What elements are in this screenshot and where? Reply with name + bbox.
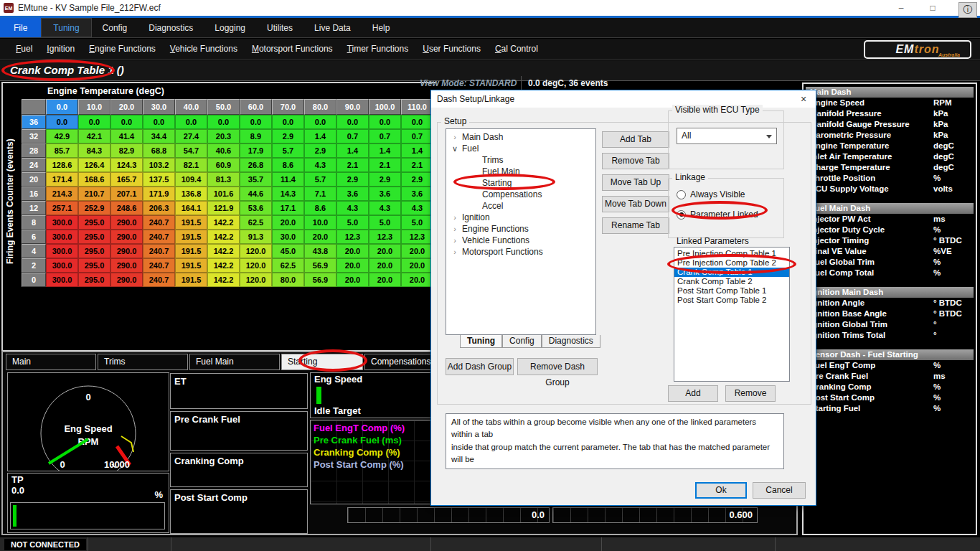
cell-24-30.0[interactable]: 103.2 — [143, 158, 175, 172]
cell-16-0.0[interactable]: 214.3 — [46, 187, 78, 201]
cell-6-80.0[interactable]: 20.0 — [304, 230, 336, 244]
sidebar-row-injector-duty-cycle[interactable]: Injector Duty Cycle% — [806, 225, 974, 235]
cell-6-40.0[interactable]: 191.5 — [175, 230, 207, 244]
cell-20-20.0[interactable]: 165.7 — [110, 172, 143, 187]
cell-28-70.0[interactable]: 5.7 — [272, 143, 304, 158]
cell-32-50.0[interactable]: 20.3 — [207, 129, 240, 143]
cell-32-0.0[interactable]: 42.9 — [46, 129, 78, 143]
tree-item-ignition[interactable]: ›Ignition — [446, 212, 595, 223]
radio-parameter-linked[interactable]: Parameter Linked — [677, 209, 758, 220]
cell-12-0.0[interactable]: 257.1 — [46, 201, 78, 215]
cell-12-90.0[interactable]: 4.3 — [336, 201, 369, 215]
sidebar-row-engine-temperature[interactable]: Engine TemperaturedegC — [806, 141, 974, 151]
cell-16-30.0[interactable]: 171.9 — [143, 187, 175, 201]
cell-28-50.0[interactable]: 40.6 — [207, 143, 240, 158]
row-header-28[interactable]: 28 — [22, 143, 46, 158]
move-tab-up-button[interactable]: Move Tab Up — [602, 174, 669, 191]
cell-28-20.0[interactable]: 82.9 — [110, 143, 143, 158]
cell-8-70.0[interactable]: 20.0 — [272, 215, 304, 230]
sidebar-row-injector-timing[interactable]: Injector Timing° BTDC — [806, 235, 974, 246]
cell-24-80.0[interactable]: 4.3 — [304, 158, 336, 172]
cell-32-70.0[interactable]: 2.9 — [272, 129, 304, 143]
sidebar-row-manifold-pressure[interactable]: Manifold PressurekPa — [806, 108, 974, 119]
cell-clipped[interactable]: 20.0 — [401, 244, 433, 258]
cell-6-70.0[interactable]: 30.0 — [272, 230, 304, 244]
cell-0-40.0[interactable]: 191.5 — [175, 273, 207, 287]
tree-item-trims[interactable]: Trims — [446, 154, 595, 166]
dialog-tab-tuning[interactable]: Tuning — [460, 335, 502, 348]
cell-0-20.0[interactable]: 290.0 — [110, 273, 143, 287]
cell-4-10.0[interactable]: 295.0 — [78, 244, 110, 258]
cell-36-0.0[interactable]: 0.0 — [46, 115, 78, 129]
cell-clipped[interactable]: 0.0 — [401, 115, 433, 129]
sidebar-row-ecu-supply-voltage[interactable]: ECU Supply Voltagevolts — [806, 184, 974, 194]
cell-6-90.0[interactable]: 12.3 — [336, 230, 369, 244]
cell-6-30.0[interactable]: 240.7 — [143, 230, 175, 244]
cell-32-30.0[interactable]: 34.4 — [143, 129, 175, 143]
add-parameter-button[interactable]: Add — [668, 385, 718, 402]
cell-0-70.0[interactable]: 80.0 — [272, 273, 304, 287]
cell-20-100.0[interactable]: 2.9 — [369, 172, 401, 187]
dash-tab-fuel-main[interactable]: Fuel Main — [189, 354, 280, 370]
cell-2-80.0[interactable]: 56.9 — [304, 258, 336, 273]
cell-4-100.0[interactable]: 20.0 — [369, 244, 401, 258]
remove-parameter-button[interactable]: Remove — [725, 385, 776, 402]
cell-6-100.0[interactable]: 12.3 — [369, 230, 401, 244]
cell-16-100.0[interactable]: 3.6 — [369, 187, 401, 201]
dash-tab-starting[interactable]: Starting — [281, 354, 363, 370]
menu-item-live-data[interactable]: Live Data — [303, 18, 362, 37]
tree-item-starting[interactable]: Starting — [446, 177, 595, 189]
sidebar-row-engine-speed[interactable]: Engine SpeedRPM — [806, 98, 974, 108]
cell-36-10.0[interactable]: 0.0 — [78, 115, 110, 129]
tree-expander-open-icon[interactable]: ∨ — [451, 143, 459, 154]
list-item-crank-comp-table-2[interactable]: Crank Comp Table 2 — [674, 277, 789, 286]
remove-dash-group-button[interactable]: Remove Dash Group — [517, 358, 598, 375]
cell-8-80.0[interactable]: 10.0 — [304, 215, 336, 230]
cell-24-20.0[interactable]: 124.3 — [110, 158, 143, 172]
row-header-0[interactable]: 0 — [22, 273, 46, 287]
menu-item-diagnostics[interactable]: Diagnostics — [138, 18, 204, 37]
rename-tab-button[interactable]: Rename Tab — [602, 217, 669, 234]
cell-36-80.0[interactable]: 0.0 — [304, 115, 336, 129]
cell-clipped[interactable]: 0.7 — [401, 129, 433, 143]
cell-2-60.0[interactable]: 120.0 — [240, 258, 272, 273]
cell-8-60.0[interactable]: 62.5 — [240, 215, 272, 230]
cell-24-60.0[interactable]: 26.8 — [240, 158, 272, 172]
add-tab-button[interactable]: Add Tab — [602, 131, 669, 148]
cell-12-60.0[interactable]: 53.6 — [240, 201, 272, 215]
sidebar-row-cranking-comp[interactable]: Cranking Comp% — [806, 382, 974, 392]
cell-12-70.0[interactable]: 17.1 — [272, 201, 304, 215]
sidebar-row-manifold-gauge-pressure[interactable]: Manifold Gauge PressurekPa — [806, 119, 974, 130]
cell-8-30.0[interactable]: 240.7 — [143, 215, 175, 230]
cell-8-100.0[interactable]: 5.0 — [369, 215, 401, 230]
cell-0-50.0[interactable]: 142.2 — [207, 273, 240, 287]
maximize-button[interactable]: □ — [917, 0, 948, 16]
sidebar-row-ignition-trims-total[interactable]: Ignition Trims Total° — [806, 330, 974, 341]
tree-expander-closed-icon[interactable]: › — [451, 246, 459, 258]
list-item-pre-injection-comp-table-1[interactable]: Pre Injection Comp Table 1 — [674, 249, 789, 258]
cell-4-20.0[interactable]: 290.0 — [110, 244, 143, 258]
cell-12-10.0[interactable]: 252.9 — [78, 201, 110, 215]
col-header-40.0[interactable]: 40.0 — [175, 99, 207, 115]
cell-28-10.0[interactable]: 84.3 — [78, 143, 110, 158]
cell-24-0.0[interactable]: 128.6 — [46, 158, 78, 172]
cancel-button[interactable]: Cancel — [753, 482, 806, 499]
row-header-6[interactable]: 6 — [22, 230, 46, 244]
tree-item-fuel-main[interactable]: Fuel Main — [446, 166, 595, 177]
row-header-20[interactable]: 20 — [22, 172, 46, 187]
ecu-type-select[interactable]: All — [677, 128, 777, 144]
tree-expander-closed-icon[interactable]: › — [451, 212, 459, 223]
func-menu-item-cal-control[interactable]: Cal Control — [488, 44, 545, 54]
row-header-2[interactable]: 2 — [22, 258, 46, 273]
row-header-8[interactable]: 8 — [22, 215, 46, 230]
tree-expander-closed-icon[interactable]: › — [451, 223, 459, 235]
cell-32-10.0[interactable]: 42.1 — [78, 129, 110, 143]
cell-4-0.0[interactable]: 300.0 — [46, 244, 78, 258]
cell-clipped[interactable]: 12.3 — [401, 230, 433, 244]
cell-20-60.0[interactable]: 35.7 — [240, 172, 272, 187]
cell-36-70.0[interactable]: 0.0 — [272, 115, 304, 129]
cell-4-50.0[interactable]: 142.2 — [207, 244, 240, 258]
cell-32-90.0[interactable]: 0.7 — [336, 129, 369, 143]
cell-12-50.0[interactable]: 121.9 — [207, 201, 240, 215]
cell-24-40.0[interactable]: 82.1 — [175, 158, 207, 172]
